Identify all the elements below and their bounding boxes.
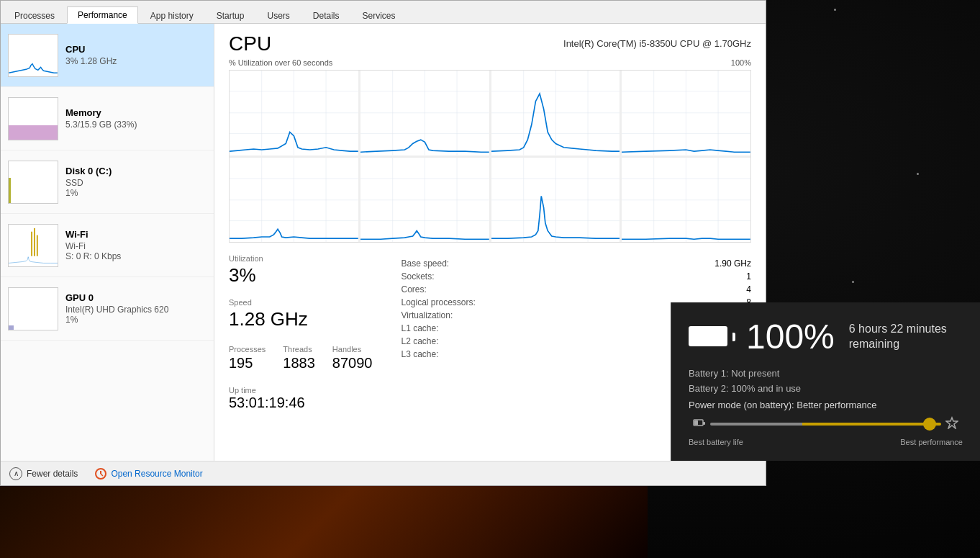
fewer-details-icon: ∧	[9, 467, 22, 480]
cpu-title: CPU	[229, 32, 271, 55]
tab-app-history[interactable]: App history	[140, 7, 204, 24]
max-label: 100%	[731, 58, 751, 67]
power-slider-track[interactable]	[710, 423, 941, 426]
processes-value: 195	[229, 355, 266, 372]
task-manager-window: Processes Performance App history Startu…	[0, 0, 766, 486]
util-over-60-label: % Utilization over 60 seconds	[229, 58, 332, 67]
sidebar-item-cpu[interactable]: CPU 3% 1.28 GHz	[1, 24, 214, 87]
svg-rect-1	[9, 225, 58, 266]
speed-value: 1.28 GHz	[229, 308, 372, 330]
l3-key: L3 cache:	[401, 349, 438, 359]
battery-main: 100% 6 hours 22 minutesremaining	[689, 317, 963, 356]
sidebar-memory-sub: 5.3/15.9 GB (33%)	[65, 120, 207, 130]
processes-label: Processes	[229, 345, 266, 354]
sidebar-item-disk[interactable]: Disk 0 (C:) SSD 1%	[1, 150, 214, 214]
fewer-details-button[interactable]: ∧ Fewer details	[9, 467, 78, 480]
base-speed-val: 1.90 GHz	[714, 258, 751, 269]
sidebar-gpu-info: GPU 0 Intel(R) UHD Graphics 620 1%	[65, 292, 207, 325]
tab-bar: Processes Performance App history Startu…	[1, 1, 766, 24]
tab-performance[interactable]: Performance	[67, 6, 138, 24]
tab-services[interactable]: Services	[352, 7, 407, 24]
svg-rect-2	[31, 231, 32, 256]
bottom-bar: ∧ Fewer details Open Resource Monitor	[1, 461, 766, 485]
sidebar-wifi-info: Wi-Fi Wi-Fi S: 0 R: 0 Kbps	[65, 229, 207, 261]
dot	[852, 281, 854, 283]
fewer-details-label: Fewer details	[27, 469, 78, 479]
sockets-val: 1	[746, 271, 751, 282]
uptime-value: 53:01:19:46	[229, 395, 372, 411]
handles-label: Handles	[332, 345, 373, 354]
sockets-key: Sockets:	[401, 271, 434, 282]
cpu-graph-7	[622, 158, 750, 243]
svg-rect-0	[9, 35, 58, 76]
sidebar-item-wifi[interactable]: Wi-Fi Wi-Fi S: 0 R: 0 Kbps	[1, 214, 214, 277]
battery2-detail: Battery 2: 100% and in use	[689, 383, 963, 394]
utilization-value: 3%	[229, 264, 372, 287]
cpu-thumbnail	[8, 34, 58, 77]
best-performance-label: Best performance	[900, 438, 963, 446]
threads-label: Threads	[283, 345, 315, 354]
power-slider-thumb[interactable]	[923, 418, 936, 431]
gpu-thumbnail	[8, 287, 58, 330]
sidebar-cpu-sub: 3% 1.28 GHz	[65, 56, 207, 66]
resource-monitor-icon	[95, 468, 106, 480]
cpu-header: CPU Intel(R) Core(TM) i5-8350U CPU @ 1.7…	[229, 32, 751, 55]
battery-percentage: 100%	[746, 317, 835, 356]
tab-startup[interactable]: Startup	[206, 7, 255, 24]
open-resource-monitor-label: Open Resource Monitor	[111, 469, 202, 479]
svg-rect-65	[703, 422, 705, 425]
threads-value: 1883	[283, 355, 315, 372]
handles-value: 87090	[332, 355, 373, 372]
sidebar-item-gpu[interactable]: GPU 0 Intel(R) UHD Graphics 620 1%	[1, 277, 214, 341]
sidebar-item-memory[interactable]: Memory 5.3/15.9 GB (33%)	[1, 87, 214, 150]
sidebar-disk-sub1: SSD	[65, 178, 207, 188]
main-content: CPU 3% 1.28 GHz Memory 5.3/15.9 GB (33%)	[1, 24, 766, 461]
utilization-label: % Utilization over 60 seconds 100%	[229, 58, 751, 67]
battery-tip	[732, 333, 735, 341]
l1-key: L1 cache:	[401, 323, 438, 333]
power-mode-slider-container	[689, 416, 963, 432]
cpu-graphs-grid	[229, 70, 751, 243]
tab-users[interactable]: Users	[256, 7, 300, 24]
slider-labels: Best battery life Best performance	[689, 438, 963, 446]
cpu-model: Intel(R) Core(TM) i5-8350U CPU @ 1.70GHz	[563, 32, 751, 49]
svg-marker-67	[946, 418, 958, 428]
sidebar-wifi-label: Wi-Fi	[65, 229, 207, 240]
sidebar-memory-info: Memory 5.3/15.9 GB (33%)	[65, 107, 207, 130]
cpu-graph-2	[491, 71, 620, 156]
desktop-wallpaper	[0, 479, 648, 558]
tab-processes[interactable]: Processes	[4, 7, 65, 24]
cpu-graph-1	[360, 71, 489, 156]
uptime-label: Up time	[229, 386, 372, 395]
dot	[917, 173, 919, 175]
base-speed-row: Base speed: 1.90 GHz	[401, 257, 751, 270]
cpu-graph-5	[360, 158, 489, 243]
sidebar-gpu-label: GPU 0	[65, 292, 207, 303]
battery1-detail: Battery 1: Not present	[689, 368, 963, 379]
speed-label: Speed	[229, 298, 372, 307]
open-resource-monitor-button[interactable]: Open Resource Monitor	[95, 468, 202, 480]
svg-rect-66	[694, 420, 698, 425]
logical-key: Logical processors:	[401, 297, 475, 307]
cpu-graph-4	[230, 158, 358, 243]
cores-key: Cores:	[401, 284, 426, 294]
sidebar-wifi-sub1: Wi-Fi	[65, 241, 207, 251]
memory-thumbnail	[8, 97, 58, 140]
battery-time: 6 hours 22 minutesremaining	[849, 322, 947, 352]
sidebar-cpu-label: CPU	[65, 44, 207, 55]
dot	[834, 9, 836, 11]
svg-rect-4	[37, 235, 38, 256]
sidebar-disk-label: Disk 0 (C:)	[65, 166, 207, 176]
cpu-graph-3	[622, 71, 750, 156]
sockets-row: Sockets: 1	[401, 270, 751, 283]
virtualization-key: Virtualization:	[401, 310, 453, 320]
battery-icon	[689, 326, 732, 348]
svg-line-63	[101, 474, 103, 476]
battery-body	[689, 326, 727, 346]
sidebar-wifi-sub2: S: 0 R: 0 Kbps	[65, 251, 207, 261]
sidebar-gpu-sub2: 1%	[65, 315, 207, 325]
power-mode-label: Power mode (on battery): Better performa…	[689, 400, 963, 410]
best-performance-icon	[945, 416, 958, 432]
cores-val: 4	[746, 284, 751, 294]
tab-details[interactable]: Details	[302, 7, 350, 24]
